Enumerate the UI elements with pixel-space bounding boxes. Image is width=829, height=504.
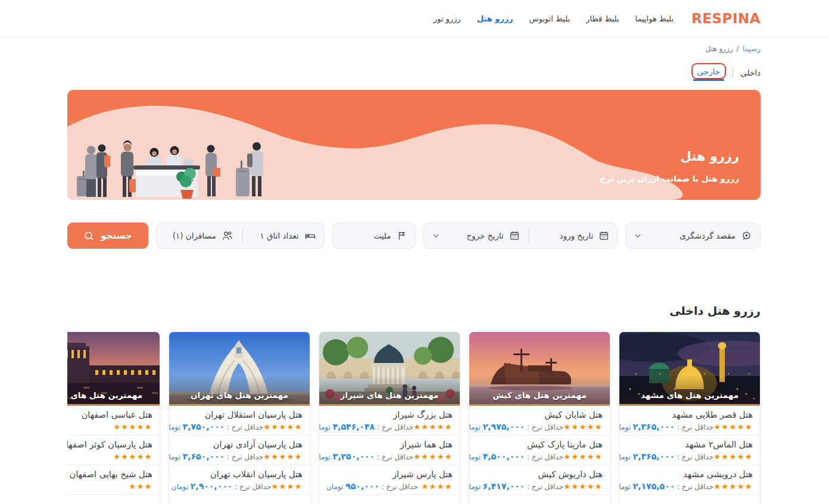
checkin-label: تاریخ ورود (559, 231, 593, 240)
tab-foreign[interactable]: خارجی (692, 65, 726, 81)
nav-item-bus-ticket[interactable]: بلیط اتوبوس (529, 14, 570, 23)
hotel-list-item: هتل پارسیان انقلاب تهران ★★★★ حداقل نرخ … (169, 465, 310, 495)
price-text: حداقل نرخ : ۶,۴۱۷,۰۰۰ تومان (469, 481, 563, 491)
star-rating: ★★★★★ (113, 422, 152, 431)
price-text: حداقل نرخ : ۴,۵۴۶,۰۴۸ تومان (319, 422, 413, 431)
dates-field[interactable]: تاریخ ورود تاریخ خروج (423, 223, 618, 249)
price-value: ۲,۹۰۰,۰۰۰ (191, 481, 232, 491)
price-currency: تومان (619, 423, 633, 431)
nav-item-tour-reserve[interactable]: رزرو تور (434, 14, 461, 23)
search-icon (83, 230, 95, 242)
destination-field[interactable]: مقصد گردشگری (625, 223, 761, 249)
city-image[interactable]: مهمترین هتل های کیش (469, 332, 610, 406)
hotel-list-item: هتل بزرگ شیراز ★★★★★ حداقل نرخ : ۴,۵۴۶,۰… (319, 406, 460, 436)
hotel-list-item: هتل مارینا پارک کیش ★★★★★ حداقل نرخ : ۴,… (469, 436, 610, 465)
price-label: حداقل نرخ : (677, 423, 713, 431)
breadcrumb-home-link[interactable]: رسپینا (743, 45, 761, 53)
price-text: حداقل نرخ : ۲,۹۷۵,۰۰۰ تومان (469, 422, 563, 431)
nav-item-flight-ticket[interactable]: بلیط هواپیما (635, 14, 674, 23)
hotel-name[interactable]: هتل پارسیان استقلال تهران (176, 410, 303, 420)
price-text: حداقل نرخ : ۲,۳۶۵,۰۰۰ تومان (619, 452, 713, 461)
header: RESPINA بلیط هواپیمابلیط قطاربلیط اتوبوس… (0, 0, 829, 37)
rooms-passengers-field[interactable]: تعداد اتاق ۱ مسافران (۱) (156, 223, 325, 249)
hotel-cards-carousel: مهمترین هتل های مشهد هتل قصر طلایی مشهد … (67, 331, 761, 504)
star-rating: ★★★★ (421, 482, 453, 491)
hotel-name[interactable]: هتل درویشی مشهد (627, 469, 753, 479)
star-rating: ★★★★★ (713, 422, 753, 431)
field-divider (242, 228, 243, 243)
hotel-list-item: هتل هما شیراز ★★★★★ حداقل نرخ : ۳,۲۵۰,۰۰… (319, 436, 460, 465)
star-rating: ★★★★★ (563, 422, 603, 431)
price-label: حداقل نرخ : (677, 483, 713, 491)
hero-title: رزرو هتل (600, 149, 739, 164)
price-value: ۲,۳۶۵,۰۰۰ (633, 452, 675, 461)
star-rating: ★★★★ (271, 482, 303, 491)
hotel-name[interactable]: هتل قصر طلایی مشهد (627, 410, 753, 420)
city-hotels-card: مهمترین هتل های کیش هتل شایان کیش ★★★★★ … (469, 331, 610, 504)
star-rating: ★★★★★ (713, 452, 753, 461)
city-image[interactable]: مهمترین هتل های اصفهان (67, 332, 160, 406)
hotel-name[interactable]: هتل پارسیان کوثر اصفهان (67, 440, 152, 449)
tab-domestic[interactable]: داخلی (740, 68, 761, 77)
card-caption: مهمترین هتل های مشهد (619, 390, 760, 400)
price-value: ۲,۳۶۵,۰۰۰ (633, 422, 675, 431)
hotel-list-item: هتل داریوش کیش ★★★★★ حداقل نرخ : ۶,۴۱۷,۰… (469, 465, 610, 495)
city-hotels-card: مهمترین هتل های تهران هتل پارسیان استقلا… (169, 331, 310, 504)
nav-item-hotel-reserve[interactable]: رزرو هتل (477, 14, 513, 23)
price-value: ۴,۵۰۰,۰۰۰ (483, 452, 525, 461)
price-value: ۲,۱۷۵,۵۰۰ (633, 481, 675, 491)
price-label: حداقل نرخ : (677, 453, 713, 461)
hotel-list-item: هتل پارسیان آزادی تهران ★★★★★ حداقل نرخ … (169, 436, 310, 465)
hotel-name[interactable]: هتل شیخ بهایی اصفهان (67, 469, 152, 479)
city-image[interactable]: مهمترین هتل های شیراز (319, 332, 460, 406)
price-currency: تومان (619, 453, 633, 461)
checkout-label: تاریخ خروج (466, 231, 503, 240)
price-text: حداقل نرخ : ۴,۵۰۰,۰۰۰ تومان (469, 452, 563, 461)
tab-divider (733, 68, 733, 77)
hotel-name[interactable]: هتل پارسیان آزادی تهران (176, 440, 303, 449)
calendar-icon (599, 230, 609, 241)
city-hotels-card: مهمترین هتل های اصفهان هتل عباسی اصفهان … (67, 331, 160, 504)
hotel-list-item: هتل شیخ بهایی اصفهان ★★★ حداقل نرخ : (67, 465, 160, 495)
chevron-down-icon (432, 231, 440, 240)
chevron-down-icon (634, 231, 642, 240)
hotel-name[interactable]: هتل بزرگ شیراز (326, 410, 453, 420)
rooms-label: تعداد اتاق ۱ (260, 231, 299, 240)
price-currency: تومان (469, 453, 483, 461)
nationality-label: ملیت (373, 231, 391, 240)
nav-item-train-ticket[interactable]: بلیط قطار (586, 14, 619, 23)
search-button[interactable]: جستجو (67, 223, 148, 249)
price-value: ۶,۴۱۷,۰۰۰ (483, 481, 525, 491)
hotel-name[interactable]: هتل هما شیراز (326, 440, 453, 449)
hotel-name[interactable]: هتل داریوش کیش (476, 469, 603, 479)
star-rating: ★★★★★ (713, 482, 753, 491)
price-text: حداقل نرخ : ۲,۱۷۵,۵۰۰ تومان (619, 481, 713, 491)
price-label: حداقل نرخ : (227, 453, 263, 461)
hotel-list: هتل پارسیان استقلال تهران ★★★★★ حداقل نر… (169, 406, 310, 495)
hero-subtitle: رزرو هتل با ضمانت ارزان ترین نرخ (600, 174, 739, 183)
price-currency: تومان (172, 483, 191, 491)
hotel-name[interactable]: هتل پارسیان انقلاب تهران (176, 469, 303, 479)
breadcrumb-current: رزرو هتل (706, 45, 733, 53)
price-currency: تومان (169, 423, 183, 431)
respina-logo[interactable]: RESPINA (691, 11, 761, 26)
card-caption: مهمترین هتل های تهران (169, 390, 310, 400)
hotel-name[interactable]: هتل عباسی اصفهان (67, 410, 152, 420)
price-text: حداقل نرخ : ۳,۷۵۰,۰۰۰ تومان (169, 422, 263, 431)
bed-icon (304, 230, 316, 242)
hotel-name[interactable]: هتل شایان کیش (476, 410, 603, 420)
hotel-list: هتل شایان کیش ★★★★★ حداقل نرخ : ۲,۹۷۵,۰۰… (469, 406, 610, 495)
price-value: ۴,۵۴۶,۰۴۸ (333, 422, 375, 431)
price-text: حداقل نرخ : ۲,۳۶۵,۰۰۰ تومان (619, 422, 713, 431)
hotel-list-item: هتل پارسیان استقلال تهران ★★★★★ حداقل نر… (169, 406, 310, 436)
city-image[interactable]: مهمترین هتل های مشهد (619, 332, 760, 406)
breadcrumb-separator: / (737, 45, 739, 53)
hotel-cards-track: مهمترین هتل های مشهد هتل قصر طلایی مشهد … (67, 331, 761, 504)
hotel-name[interactable]: هتل پارس شیراز (326, 469, 453, 479)
card-caption: مهمترین هتل های شیراز (319, 390, 460, 400)
hotel-name[interactable]: هتل مارینا پارک کیش (476, 440, 603, 449)
nationality-field[interactable]: ملیت (332, 223, 416, 249)
hotel-name[interactable]: هتل الماس۲ مشهد (627, 440, 753, 449)
city-image[interactable]: مهمترین هتل های تهران (169, 332, 310, 406)
hotel-list: هتل عباسی اصفهان ★★★★★ حداقل نرخ : هتل پ… (67, 406, 160, 495)
